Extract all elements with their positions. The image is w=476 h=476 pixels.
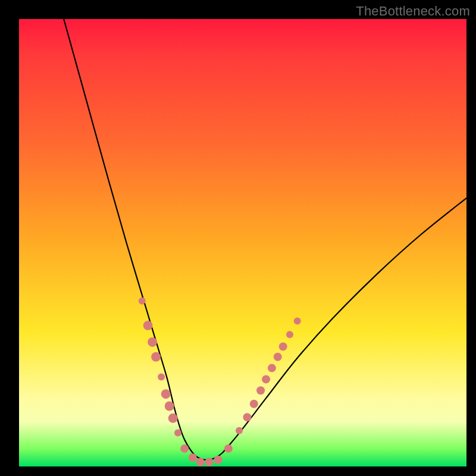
marker-dot: [161, 389, 171, 399]
marker-dot: [168, 414, 178, 423]
marker-dot: [250, 400, 258, 408]
chart-frame: TheBottleneck.com: [0, 0, 476, 476]
marker-dot: [214, 456, 223, 464]
marker-dot: [279, 343, 287, 351]
marker-dot: [243, 413, 252, 421]
marker-dot: [139, 298, 146, 305]
marker-dot: [143, 321, 153, 330]
marker-layer: [139, 298, 301, 466]
marker-dot: [205, 458, 214, 466]
marker-dot: [174, 430, 181, 437]
marker-dot: [268, 364, 276, 372]
marker-dot: [236, 427, 243, 434]
plot-area: [19, 19, 466, 466]
curve-svg: [19, 19, 466, 466]
marker-dot: [165, 402, 174, 411]
marker-dot: [224, 444, 233, 453]
marker-dot: [294, 318, 301, 325]
watermark-text: TheBottleneck.com: [356, 4, 470, 19]
bottleneck-curve: [64, 19, 466, 460]
marker-dot: [180, 444, 189, 453]
marker-dot: [256, 386, 265, 394]
marker-dot: [262, 375, 270, 383]
marker-dot: [151, 352, 161, 362]
marker-dot: [274, 353, 282, 361]
marker-dot: [158, 374, 165, 381]
marker-dot: [148, 337, 157, 347]
marker-dot: [189, 453, 197, 462]
marker-dot: [196, 458, 205, 466]
marker-dot: [286, 331, 293, 338]
